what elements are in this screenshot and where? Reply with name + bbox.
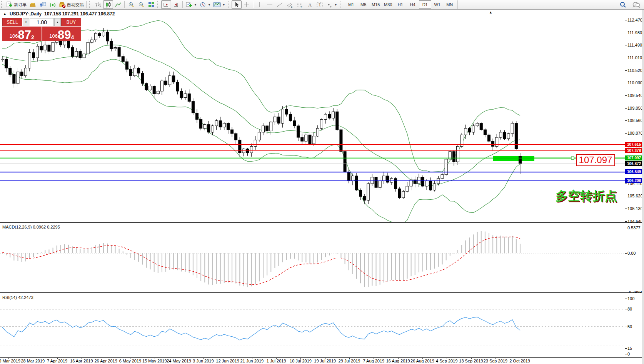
date-axis-line [0,357,644,358]
price-axis-label: 105.130 [627,206,643,211]
window-edge [642,10,644,364]
price-axis-label: 110.030 [627,80,642,85]
price-tag: 107.615 [625,142,643,147]
date-axis-label: 6 May 2019 [119,359,141,363]
buy-price-point: 4 [71,35,74,40]
date-axis-label: 7 Apr 2019 [47,359,67,363]
price-tag: 106.208 [625,178,643,183]
date-axis-label: 19 Jul 2019 [314,359,336,363]
price-axis-label: 109.540 [627,93,643,98]
date-axis-label: 4 Sep 2019 [436,359,457,363]
axis-tick [625,45,627,45]
rsi-layer [0,310,625,346]
main-chart-layer [0,20,625,225]
date-axis-label: 7 Aug 2019 [363,359,385,363]
date-axis-label: 29 Jul 2019 [339,359,360,363]
date-axis-label: 12 Jun 2019 [216,359,239,363]
price-axis-line [625,10,625,358]
mt4-window: 新订单 自动交易 ▼ ▼ ▼ E F [0,0,644,364]
axis-tick [625,33,627,33]
chart-title-ohlc: 107.158 107.291 106.477 106.872 [44,11,115,17]
price-axis-label: 111.980 [627,30,642,35]
rsi-label: RSI(14) 42.2473 [2,295,33,300]
collapse-trade-panel-arrow[interactable]: ▲ [3,12,7,16]
axis-tick [625,299,627,299]
macd-layer [0,231,625,287]
sell-button[interactable]: SELL [2,18,22,26]
axis-tick [625,20,627,20]
date-axis-label: 28 Mar 2019 [21,359,45,363]
date-axis-label: 19 Mar 2019 [0,359,20,363]
date-axis-label: 3 Jun 2019 [193,359,214,363]
axis-tick [625,221,627,222]
axis-tick [625,58,627,58]
price-tag: 107.378 [625,148,643,153]
buy-button[interactable]: BUY [61,18,81,26]
price-axis-label: 109.050 [627,106,643,110]
axis-tick [625,327,627,327]
chart-title-symbol: USDJPY-,Daily [10,11,42,17]
volume-increase-button[interactable]: ▲ [54,18,61,26]
axis-tick [625,228,627,228]
line-handle [571,157,574,159]
price-callout-box[interactable]: 107.097 [576,154,615,166]
macd-panel-separator[interactable] [0,222,644,225]
price-axis-label: 108.070 [627,131,643,135]
date-axis-label: 16 Apr 2019 [70,359,93,363]
axis-tick [625,108,627,109]
volume-input[interactable] [30,18,54,26]
sell-price-point: 2 [31,35,34,40]
date-axis-label: 2 Oct 2019 [509,359,530,363]
axis-tick [625,184,627,184]
chart-area[interactable]: ▲ USDJPY-,Daily 107.158 107.291 106.477 … [0,9,644,364]
axis-tick [625,95,627,96]
date-axis-label: 1 Jul 2019 [267,359,286,363]
macd-axis-label: 0.00 [627,251,636,255]
rsi-axis-label: 100 [627,296,634,301]
volume-decrease-button[interactable]: ▼ [23,18,29,26]
price-axis-label: 108.560 [627,118,643,123]
chart-canvas [0,0,644,364]
rsi-axis-label: 0 [627,352,630,356]
date-axis-label: 13 Sep 2019 [459,359,483,363]
rsi-axis-label: 15 [627,346,632,351]
annotation-text[interactable]: 多空转折点 [556,188,617,205]
price-tag: 107.097 [625,155,643,160]
price-axis-label: 111.490 [627,43,642,47]
price-axis-label: 105.620 [627,194,643,198]
price-tag: 106.872 [625,161,643,166]
date-axis-label: 10 Jul 2019 [290,359,312,363]
axis-tick [625,70,627,71]
buy-price-pips: 89 [58,30,71,40]
axis-tick [625,309,627,309]
date-axis-label: 26 Apr 2019 [94,359,117,363]
date-axis-label: 26 Aug 2019 [410,359,434,363]
date-axis-label: 16 Aug 2019 [386,359,410,363]
date-axis-label: 21 Jun 2019 [240,359,264,363]
buy-price-figure: 106 [49,33,58,39]
axis-tick [625,354,627,354]
rsi-panel-separator[interactable] [0,292,644,295]
macd-label: MACD(12,26,9) 0.0962 0.2295 [2,225,60,229]
price-axis-label: 112.470 [627,18,642,22]
axis-tick [625,83,627,83]
date-axis-label: 24 May 2019 [167,359,191,363]
rsi-axis-label: 50 [627,324,632,329]
axis-tick [625,253,627,254]
axis-tick [625,209,627,209]
date-axis-label: 23 Sep 2019 [484,359,507,363]
chart-shift-marker[interactable]: ▲ [489,10,492,14]
chart-header: ▲ USDJPY-,Daily 107.158 107.291 106.477 … [3,11,115,17]
price-tag: 106.549 [625,169,643,174]
axis-tick [625,120,627,121]
sell-price-pips: 87 [18,30,31,40]
buy-price[interactable]: 106894 [42,27,82,41]
rsi-axis-label: 80 [627,307,632,311]
price-axis-label: 111.010 [627,55,642,60]
sell-price-figure: 106 [10,33,18,39]
price-axis-label: 110.520 [627,68,642,73]
axis-tick [625,348,627,349]
macd-axis-label: 0.5377 [627,225,641,230]
highlight-rectangle [493,156,534,161]
sell-price[interactable]: 106872 [2,27,42,41]
